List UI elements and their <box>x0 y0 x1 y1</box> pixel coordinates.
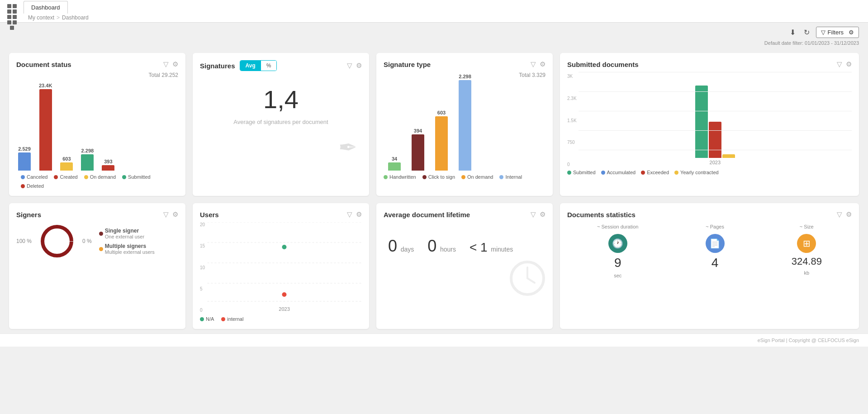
dashboard: Document status ▽ ⚙ Total 29.252 2.529 2… <box>0 48 868 333</box>
sigtype-bar-rect <box>459 80 471 171</box>
lifetime-clock-icon <box>509 260 545 296</box>
sig-bg-icon: ✒ <box>200 130 362 165</box>
days-unit: days <box>401 246 414 253</box>
breadcrumb-separator: > <box>57 14 60 21</box>
sigtype-bar-value: 2.298 <box>459 74 471 79</box>
submitted-docs-header: Submitted documents ▽ ⚙ <box>567 60 852 68</box>
sigtype-bar-rect <box>388 162 401 171</box>
sigtype-bar-rect <box>412 134 424 171</box>
footer: eSign Portal | Copyright @ CELFOCUS eSig… <box>0 333 868 347</box>
legend-internal: internal <box>221 316 243 322</box>
sigtype-legend-label: Internal <box>505 174 522 180</box>
sig-type-legend: HandwrittenClick to signOn demandInterna… <box>384 174 545 180</box>
exceeded-bar <box>709 122 721 158</box>
users-header: Users ▽ ⚙ <box>200 210 362 219</box>
svg-point-8 <box>282 292 287 297</box>
settings-icon[interactable]: ⚙ <box>356 62 362 70</box>
stat-pages-icon: 📄 <box>706 234 725 253</box>
grid-line-1 <box>579 91 852 92</box>
svg-line-11 <box>527 278 535 283</box>
breadcrumb: My context > Dashboard <box>24 14 93 22</box>
filter-settings-icon: ⚙ <box>849 29 854 36</box>
legend-yearly: Yearly contracted <box>674 170 719 175</box>
pct-toggle[interactable]: % <box>261 61 277 71</box>
single-signer-label: Single signer <box>105 228 144 234</box>
filter-button[interactable]: ▽ Filters ⚙ <box>816 27 859 38</box>
users-legend: N/A internal <box>200 316 362 322</box>
legend-item-created: Created <box>54 174 77 180</box>
signers-donut-area: 100 % 0 % Single signer One external use… <box>16 223 178 259</box>
signatures-icons: ▽ ⚙ <box>347 62 362 70</box>
settings-icon[interactable]: ⚙ <box>356 210 362 219</box>
avg-toggle[interactable]: Avg <box>240 61 261 71</box>
legend-dot <box>54 175 58 179</box>
download-button[interactable]: ⬇ <box>788 26 797 38</box>
days-val-group: 0 days <box>388 237 414 256</box>
y-label-15: 15 <box>200 243 205 248</box>
legend-dot <box>84 175 88 179</box>
yearly-bar <box>722 154 735 158</box>
submitted-docs-title: Submitted documents <box>567 61 639 68</box>
sig-big-number: 1,4 <box>200 85 362 114</box>
settings-icon[interactable]: ⚙ <box>172 210 178 219</box>
settings-icon[interactable]: ⚙ <box>846 60 852 68</box>
legend-dot <box>122 175 126 179</box>
stat-size-icon: ⊞ <box>797 234 816 253</box>
users-line-chart <box>207 222 362 304</box>
dashboard-tab[interactable]: Dashboard <box>24 1 68 14</box>
settings-icon[interactable]: ⚙ <box>846 210 852 219</box>
sigtype-dot <box>422 175 427 179</box>
sigtype-legend-label: Handwritten <box>389 174 416 180</box>
legend-exceeded: Exceeded <box>641 170 669 175</box>
settings-icon[interactable]: ⚙ <box>172 60 178 68</box>
doc-status-title: Document status <box>16 61 71 68</box>
bar-col-on-demand: 603 <box>60 156 73 171</box>
legend-multiple: Multiple signers Multiple external users <box>99 243 155 255</box>
filter-icon[interactable]: ▽ <box>837 210 842 219</box>
sub-bar-group <box>695 86 735 158</box>
doc-status-total: Total 29.252 <box>16 72 178 78</box>
settings-icon[interactable]: ⚙ <box>540 60 545 68</box>
submitted-docs-icons: ▽ ⚙ <box>837 60 852 68</box>
filter-icon[interactable]: ▽ <box>163 60 169 68</box>
multi-signer-label: Multiple signers <box>105 243 155 249</box>
grid-line-0 <box>579 72 852 72</box>
y-label-4: 0 <box>567 162 577 167</box>
filter-label: Filters <box>828 29 844 36</box>
users-chart-area: 20 15 10 5 0 2023 <box>200 222 362 313</box>
legend-na: N/A <box>200 316 214 322</box>
refresh-button[interactable]: ↻ <box>802 26 811 38</box>
sigtype-bar-handwritten: 34 <box>388 156 401 171</box>
lifetime-values: 0 days 0 hours < 1 minutes <box>384 232 545 260</box>
filter-icon[interactable]: ▽ <box>531 210 536 219</box>
bar-value: 603 <box>62 156 71 162</box>
legend-accumulated: Accumulated <box>601 170 636 175</box>
apps-icon[interactable] <box>5 4 19 19</box>
legend-label-1: Accumulated <box>607 170 636 175</box>
sig-toggle: Avg % <box>240 60 277 71</box>
sigtype-bar-rect <box>435 116 448 171</box>
lifetime-icon-area <box>384 260 545 298</box>
doc-status-legend: CanceledCreatedOn demandSubmittedDeleted <box>16 174 178 189</box>
filter-icon[interactable]: ▽ <box>531 60 536 68</box>
doc-status-header: Document status ▽ ⚙ <box>16 60 178 68</box>
legend-item-deleted: Deleted <box>21 183 44 189</box>
filter-icon[interactable]: ▽ <box>347 62 352 70</box>
doc-status-chart: 2.529 23.4K 603 2.298 393 <box>16 80 178 171</box>
filter-icon[interactable]: ▽ <box>837 60 842 68</box>
signers-donut <box>39 223 75 259</box>
stat-pages: ~ Pages 📄 4 <box>706 224 725 278</box>
bar-value: 2.529 <box>18 146 31 152</box>
signers-card: Signers ▽ ⚙ 100 % 0 % Single signer One … <box>9 203 185 329</box>
filter-icon[interactable]: ▽ <box>347 210 352 219</box>
legend-dot <box>21 184 25 188</box>
stats-items: ~ Session duration 🕐 9 sec ~ Pages 📄 4 ~… <box>567 224 852 278</box>
legend-label-3: Yearly contracted <box>680 170 719 175</box>
filter-icon[interactable]: ▽ <box>163 210 169 219</box>
settings-icon[interactable]: ⚙ <box>540 210 545 219</box>
stat-size-label: ~ Size <box>800 224 814 229</box>
users-y-labels: 20 15 10 5 0 <box>200 222 207 313</box>
y-label-3: 750 <box>567 140 577 145</box>
users-title: Users <box>200 211 219 219</box>
hours-unit: hours <box>440 246 456 253</box>
